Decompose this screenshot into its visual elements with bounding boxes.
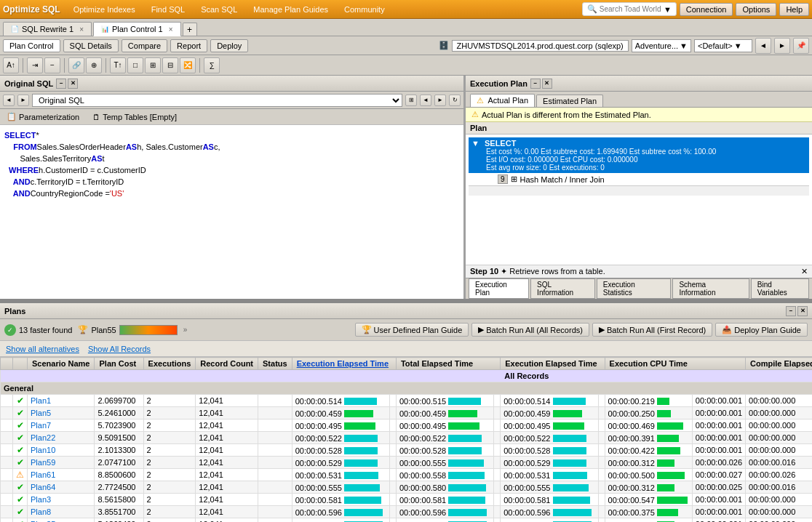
tab-sql-rewrite[interactable]: 📄 SQL Rewrite 1 × (3, 22, 92, 36)
col-header-executions[interactable]: Executions (143, 358, 196, 370)
plan-name-cell[interactable]: Plan3 (28, 494, 95, 506)
toolbar-btn-1[interactable]: A↑ (3, 57, 19, 73)
toolbar-btn-6[interactable]: T↑ (110, 57, 126, 73)
plan-name-cell[interactable]: Plan35 (28, 518, 95, 523)
plan-link[interactable]: Plan8 (31, 507, 51, 516)
plan-link[interactable]: Plan1 (31, 396, 51, 405)
deploy-plan-guide-btn[interactable]: 📤 Deploy Plan Guide (715, 323, 808, 337)
sub-tab-deploy[interactable]: Deploy (210, 39, 248, 52)
tab-sql-info[interactable]: SQL Information (530, 278, 595, 299)
show-all-records-link[interactable]: Show All Records (88, 345, 151, 353)
search-input[interactable] (600, 5, 661, 13)
sql-expand-btn[interactable]: ⊞ (405, 95, 417, 106)
col-header-exec-elapsed[interactable]: Execution Elapsed Time (292, 358, 396, 370)
toolbar-btn-2[interactable]: ⇥ (27, 57, 43, 73)
col-header-status[interactable]: Status (258, 358, 292, 370)
plans-table-container[interactable]: Scenario Name Plan Cost Executions Recor… (0, 357, 812, 522)
batch-run-all-records-btn[interactable]: ▶ Batch Run All (All Records) (471, 323, 589, 337)
batch-run-first-record-btn[interactable]: ▶ Batch Run All (First Record) (592, 323, 712, 337)
col-header-total-elapsed[interactable]: Total Elapsed Time (396, 358, 500, 370)
plan-name-cell[interactable]: Plan61 (28, 469, 95, 481)
toolbar-btn-11[interactable]: ∑ (204, 57, 220, 73)
sql-editor[interactable]: SELECT * FROM Sales.SalesOrderHeader AS … (0, 125, 463, 299)
col-header-exec-elapsed2[interactable]: Execution Elapsed Time (501, 358, 605, 370)
sub-tab-plan-control[interactable]: Plan Control (3, 39, 60, 52)
plan-link[interactable]: Plan59 (31, 458, 55, 467)
plan-link[interactable]: Plan61 (31, 470, 55, 479)
close-step-btn[interactable]: ✕ (801, 267, 808, 276)
tab-schema-info[interactable]: Schema Information (672, 278, 749, 299)
col-header-plan-cost[interactable]: Plan Cost (95, 358, 143, 370)
panel-close-btn[interactable]: ✕ (68, 79, 78, 89)
parameterization-item[interactable]: 📋 Parameterization (3, 111, 83, 123)
col-header-record-count[interactable]: Record Count (196, 358, 258, 370)
toolbar-btn-9[interactable]: ⊟ (162, 57, 178, 73)
panel-pin-btn[interactable]: − (786, 306, 796, 316)
sql-right-btn[interactable]: ► (434, 95, 446, 106)
db-selector-2[interactable]: <Default> ▼ (694, 39, 752, 52)
tab-actual-plan[interactable]: ⚠ Actual Plan (470, 94, 535, 107)
plan-link[interactable]: Plan64 (31, 483, 55, 491)
user-defined-plan-guide-btn[interactable]: 🏆 User Defined Plan Guide (355, 323, 469, 337)
panel-close-btn[interactable]: ✕ (542, 79, 552, 89)
col-header-exec-cpu[interactable]: Execution CPU Time (605, 358, 746, 370)
tab-exec-stats[interactable]: Execution Statistics (597, 278, 672, 299)
panel-close-btn[interactable]: ✕ (797, 306, 808, 316)
col-header-compile-elapsed[interactable]: Compile Elapsed Time (746, 358, 812, 370)
options-button[interactable]: Options (736, 3, 776, 16)
plan-name-cell[interactable]: Plan7 (28, 419, 95, 432)
plan-node-hash-match[interactable]: 9 ⊞ Hash Match / Inner Join (495, 173, 809, 185)
plan-tree[interactable]: ▼ SELECT Est cost %: 0.00 Est subtree co… (466, 134, 812, 265)
show-all-alternatives-link[interactable]: Show all alternatives (6, 345, 79, 353)
menu-item-optimize-indexes[interactable]: Optimize Indexes (66, 3, 143, 16)
plan-name-cell[interactable]: Plan8 (28, 506, 95, 518)
sub-tab-sql-details[interactable]: SQL Details (63, 39, 119, 52)
nav-right-btn[interactable]: ► (774, 38, 790, 54)
tab-plan-control[interactable]: 📊 Plan Control 1 × (93, 22, 181, 36)
add-tab-button[interactable]: + (183, 23, 197, 36)
menu-item-community[interactable]: Community (337, 3, 392, 16)
plan-name-cell[interactable]: Plan10 (28, 444, 95, 457)
plan-link[interactable]: Plan7 (31, 421, 51, 430)
toolbar-btn-4[interactable]: 🔗 (68, 57, 84, 73)
sql-fwd-btn[interactable]: ► (17, 95, 29, 106)
tab-estimated-plan[interactable]: Estimated Plan (536, 95, 603, 107)
toolbar-btn-5[interactable]: ⊕ (86, 57, 102, 73)
plan-name-cell[interactable]: Plan59 (28, 457, 95, 469)
plan-name-cell[interactable]: Plan1 (28, 395, 95, 407)
menu-item-scan-sql[interactable]: Scan SQL (194, 3, 244, 16)
panel-pin-btn[interactable]: − (530, 79, 541, 89)
plan-link[interactable]: Plan3 (31, 495, 51, 504)
db-selector-1[interactable]: Adventure... ▼ (632, 39, 691, 52)
sql-refresh-btn[interactable]: ↻ (449, 95, 461, 106)
sql-left-btn[interactable]: ◄ (420, 95, 431, 106)
search-box[interactable]: 🔍 ▼ (582, 2, 677, 16)
plan-name-cell[interactable]: Plan64 (28, 481, 95, 494)
tab-close-btn[interactable]: × (79, 25, 84, 33)
nav-left-btn[interactable]: ◄ (755, 38, 771, 54)
chevron-more-icon[interactable]: » (183, 326, 188, 334)
menu-item-find-sql[interactable]: Find SQL (144, 3, 192, 16)
plan-link[interactable]: Plan5 (31, 409, 51, 417)
sql-select[interactable]: Original SQL (32, 94, 402, 107)
pin-btn[interactable]: 📌 (793, 38, 809, 54)
sub-tab-compare[interactable]: Compare (122, 39, 167, 52)
sql-back-btn[interactable]: ◄ (3, 95, 15, 106)
menu-item-manage-plan-guides[interactable]: Manage Plan Guides (246, 3, 335, 16)
search-dropdown-icon[interactable]: ▼ (664, 5, 672, 14)
plan-link[interactable]: Plan10 (31, 446, 55, 454)
tab-execution-plan[interactable]: Execution Plan (469, 278, 529, 299)
plan-hscroll[interactable] (469, 185, 809, 196)
sub-tab-report[interactable]: Report (170, 39, 207, 52)
tab-bind-vars[interactable]: Bind Variables (751, 278, 809, 299)
help-button[interactable]: Help (779, 3, 809, 16)
toolbar-btn-8[interactable]: ⊞ (145, 57, 161, 73)
toolbar-btn-3[interactable]: − (44, 57, 60, 73)
plan-node-select[interactable]: ▼ SELECT Est cost %: 0.00 Est subtree co… (469, 137, 809, 173)
connection-button[interactable]: Connection (680, 3, 733, 16)
plan-link[interactable]: Plan22 (31, 433, 55, 442)
plan-name-cell[interactable]: Plan22 (28, 432, 95, 444)
toolbar-btn-7[interactable]: □ (127, 57, 143, 73)
col-header-scenario-name[interactable]: Scenario Name (28, 358, 95, 370)
temp-tables-item[interactable]: 🗒 Temp Tables [Empty] (89, 111, 180, 123)
